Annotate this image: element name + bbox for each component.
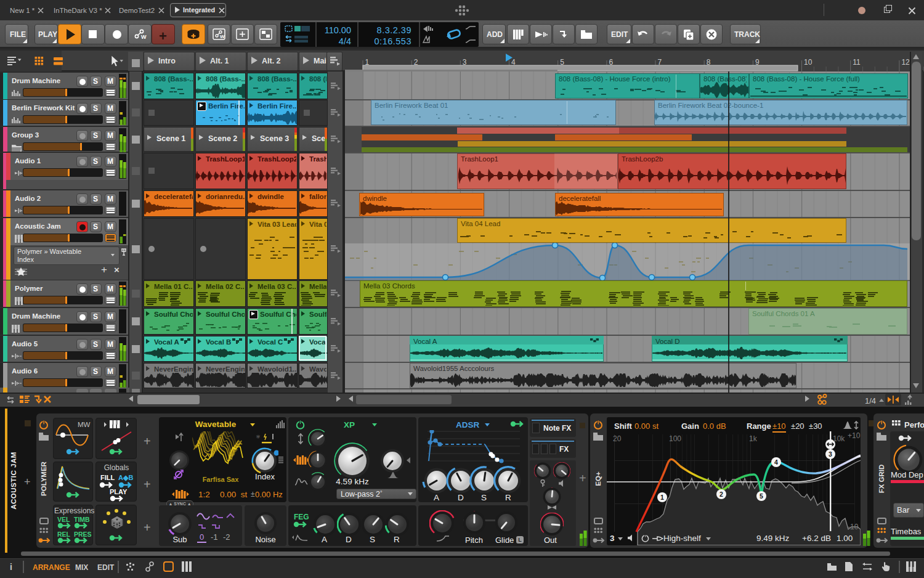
svg-text:1: 1	[660, 494, 664, 501]
svg-text:W: W	[141, 34, 147, 40]
svg-text:W: W	[220, 34, 225, 39]
svg-text:12: 12	[901, 58, 910, 67]
svg-text:2: 2	[719, 490, 723, 498]
svg-text:11: 11	[853, 58, 861, 67]
svg-text:5: 5	[760, 492, 763, 500]
svg-text:10: 10	[804, 58, 813, 67]
svg-text:3: 3	[829, 450, 832, 458]
svg-text:⚛: ⚛	[256, 434, 261, 440]
svg-text:4: 4	[774, 458, 778, 466]
